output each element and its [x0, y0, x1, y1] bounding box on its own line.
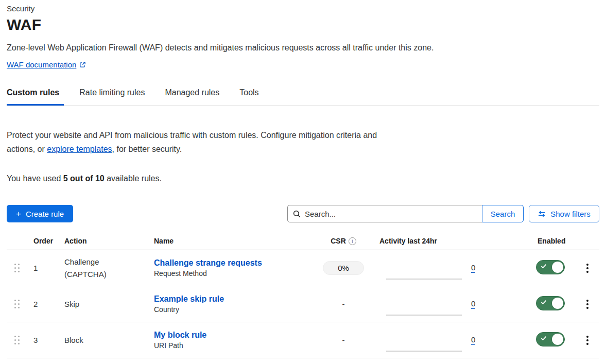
- column-header-csr: CSR i: [318, 237, 369, 245]
- rule-order: 3: [27, 336, 58, 344]
- search-group: Search: [287, 205, 524, 222]
- activity-sparkline: [386, 336, 462, 352]
- swap-arrows-icon: [538, 211, 546, 217]
- column-header-enabled: Enabled: [514, 237, 576, 245]
- tab-tools[interactable]: Tools: [239, 88, 263, 106]
- rule-field: URI Path: [154, 341, 318, 350]
- row-menu-icon[interactable]: [582, 262, 593, 275]
- rule-name-link[interactable]: My block rule: [154, 331, 318, 340]
- usage-suffix: available rules.: [105, 174, 162, 183]
- rule-order: 1: [27, 264, 58, 272]
- column-header-name: Name: [148, 237, 318, 245]
- rule-name-link[interactable]: Challenge strange requests: [154, 258, 318, 268]
- drag-handle-icon[interactable]: [14, 300, 20, 308]
- plus-icon: +: [16, 210, 21, 218]
- tab-custom-rules[interactable]: Custom rules: [7, 88, 64, 106]
- activity-count-link[interactable]: 0: [471, 299, 475, 309]
- toggle-knob: [552, 262, 563, 273]
- table-row: 2 Skip Example skip rule Country - 0: [7, 286, 599, 322]
- activity-count-link[interactable]: 0: [471, 335, 475, 345]
- search-box: [287, 205, 482, 222]
- external-link-icon: [79, 61, 86, 68]
- show-filters-button[interactable]: Show filters: [529, 205, 599, 222]
- row-menu-icon[interactable]: [582, 334, 593, 347]
- search-input[interactable]: [305, 210, 477, 218]
- table-row: 1 Challenge (CAPTCHA) Challenge strange …: [7, 250, 599, 286]
- intro-text: Protect your website and API from malici…: [7, 128, 390, 156]
- enabled-toggle[interactable]: [536, 332, 565, 346]
- tab-bar: Custom rules Rate limiting rules Managed…: [7, 88, 599, 106]
- rule-action-label: Block: [64, 334, 83, 346]
- csr-value: -: [342, 336, 345, 344]
- explore-templates-link[interactable]: explore templates: [47, 145, 112, 153]
- info-icon[interactable]: i: [349, 237, 356, 245]
- csr-header-label: CSR: [331, 237, 346, 245]
- row-menu-icon[interactable]: [582, 298, 593, 311]
- drag-handle-icon[interactable]: [14, 264, 20, 272]
- column-header-activity: Activity last 24hr: [369, 237, 514, 245]
- activity-sparkline: [386, 264, 462, 280]
- table-row: 3 Block My block rule URI Path - 0: [7, 322, 599, 358]
- drag-handle-icon[interactable]: [14, 336, 20, 344]
- show-filters-label: Show filters: [550, 210, 591, 218]
- csr-badge: 0%: [323, 261, 364, 275]
- breadcrumb-security: Security: [7, 4, 599, 13]
- check-icon: [541, 336, 547, 341]
- page-description: Zone-level Web Application Firewall (WAF…: [7, 43, 599, 53]
- csr-value: -: [342, 300, 345, 308]
- search-button[interactable]: Search: [482, 205, 524, 222]
- create-rule-button[interactable]: + Create rule: [7, 205, 73, 222]
- page-title: WAF: [7, 16, 599, 33]
- rule-field: Request Method: [154, 269, 318, 278]
- toggle-knob: [552, 298, 563, 309]
- waf-page: Security WAF Zone-level Web Application …: [0, 0, 606, 358]
- rule-action-label: Challenge (CAPTCHA): [64, 256, 129, 281]
- enabled-toggle[interactable]: [536, 260, 565, 274]
- toggle-knob: [552, 334, 563, 345]
- rule-action: Block: [58, 334, 148, 346]
- rule-action: Challenge (CAPTCHA): [58, 256, 148, 281]
- usage-summary: You have used 5 out of 10 available rule…: [7, 174, 599, 183]
- usage-prefix: You have used: [7, 174, 63, 183]
- intro-after: , for better security.: [112, 145, 182, 153]
- check-icon: [541, 300, 547, 305]
- check-icon: [541, 264, 547, 269]
- rules-toolbar: + Create rule Search Show filters: [7, 205, 599, 222]
- search-icon: [293, 210, 305, 218]
- activity-count-link[interactable]: 0: [471, 263, 475, 273]
- waf-documentation-label: WAF documentation: [7, 60, 76, 69]
- column-header-action: Action: [58, 237, 148, 245]
- tab-managed-rules[interactable]: Managed rules: [165, 88, 224, 106]
- enabled-toggle[interactable]: [536, 296, 565, 310]
- rule-action: Skip: [58, 298, 148, 310]
- activity-sparkline: [386, 300, 462, 316]
- usage-count: 5 out of 10: [63, 174, 105, 183]
- column-header-order: Order: [27, 237, 58, 245]
- table-header: Order Action Name CSR i Activity last 24…: [7, 237, 599, 250]
- rule-field: Country: [154, 305, 318, 314]
- tab-rate-limiting-rules[interactable]: Rate limiting rules: [79, 88, 149, 106]
- create-rule-label: Create rule: [26, 210, 64, 218]
- rule-order: 2: [27, 300, 58, 308]
- rule-name-link[interactable]: Example skip rule: [154, 294, 318, 304]
- rule-action-label: Skip: [64, 298, 79, 310]
- waf-documentation-link[interactable]: WAF documentation: [7, 60, 86, 69]
